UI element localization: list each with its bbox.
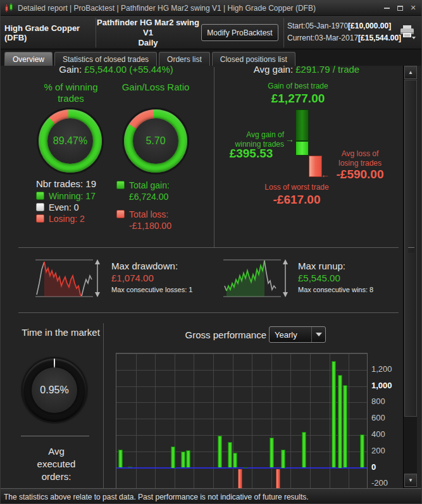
- modify-probacktest-button[interactable]: Modify ProBacktest: [201, 24, 278, 41]
- y-tick-label: 200: [371, 446, 385, 455]
- avg-win-bar: [295, 141, 309, 156]
- legend-even: Even: 0: [49, 202, 78, 212]
- avg-executed-orders-label: Avg executed orders:: [28, 445, 84, 483]
- y-tick-label: 600: [371, 413, 385, 422]
- losing-swatch-icon: [36, 214, 44, 223]
- legend-losing: Losing: 2: [49, 214, 85, 224]
- max-runup-label: Max runup:: [298, 261, 345, 271]
- current-capital: [£15,544.00]: [358, 32, 401, 44]
- chart-y-axis-labels: 1,2001,0008006004002000-200: [371, 353, 400, 488]
- y-tick-label: 400: [371, 429, 385, 439]
- max-drawdown-label: Max drawdown:: [111, 261, 178, 271]
- max-runup-value: £5,545.00: [298, 273, 340, 283]
- drawdown-range-arrow-icon: [94, 259, 101, 298]
- runup-range-arrow-icon: [282, 259, 289, 298]
- avg-loss-bar: [309, 156, 322, 177]
- avg-loss-label: Avg loss of losing trades: [333, 149, 387, 168]
- overview-panel: Gain: £5,544.00 (+55.44%) % of winning t…: [1, 66, 421, 488]
- capital-dates: Start: 05-Jan-1970 [£10,000.00] Current:…: [287, 20, 388, 44]
- time-in-market-title: Time in the market: [18, 326, 103, 338]
- current-date: 03-Mar-2017: [314, 32, 358, 44]
- avg-gain-bar-graphic: [295, 109, 323, 179]
- max-drawdown-value: £1,074.00: [111, 273, 154, 283]
- performance-bar: [238, 469, 242, 489]
- performance-bar: [118, 450, 123, 467]
- performance-bar: [338, 375, 342, 468]
- performance-bar: [343, 385, 347, 468]
- scrollbar-thumb[interactable]: [404, 80, 417, 417]
- dropdown-button[interactable]: [311, 327, 325, 342]
- performance-bar: [270, 438, 274, 468]
- printer-icon: [399, 25, 416, 40]
- gain-loss-ratio-title: Gain/Loss Ratio: [121, 82, 190, 93]
- performance-bar: [360, 434, 364, 467]
- winning-trades-donut: 89.47%: [37, 108, 104, 175]
- gain-loss-ratio-donut: 5.70: [122, 108, 189, 175]
- drawdown-sparkline: [35, 258, 93, 298]
- divider: [214, 67, 214, 247]
- avg-win-value: £395.53: [217, 147, 285, 161]
- strategy-block: Pathfinder HG Mar2 swing V1 Daily: [97, 20, 199, 46]
- scrollbar-grip-icon: [408, 247, 414, 252]
- total-gain-label: Total gain:: [129, 180, 170, 190]
- time-in-market-donut: 0.95%: [21, 357, 88, 424]
- vertical-scrollbar[interactable]: ▲ ▼: [403, 66, 417, 488]
- avg-loss-value: -£590.00: [331, 168, 389, 181]
- y-tick-label: 800: [371, 396, 385, 406]
- performance-bar: [332, 361, 336, 468]
- period-dropdown-value: Yearly: [270, 330, 311, 340]
- scroll-down-button[interactable]: ▼: [404, 474, 417, 487]
- current-label: Current:: [287, 32, 314, 44]
- gain-label: Gain:: [59, 66, 82, 75]
- scroll-up-button[interactable]: ▲: [404, 66, 417, 79]
- winning-swatch-icon: [36, 192, 44, 200]
- divider: [21, 436, 89, 436]
- gain-loss-ratio-value: 5.70: [146, 135, 165, 147]
- winning-trades-ring: 89.47%: [39, 109, 102, 173]
- gain-value: £5,544.00 (+55.44%): [84, 66, 173, 75]
- best-trade-label: Gain of best trade: [247, 82, 349, 90]
- maximize-icon: [397, 6, 403, 11]
- even-swatch-icon: [36, 203, 44, 211]
- winning-trades-title: % of winning trades: [32, 82, 109, 104]
- worst-trade-value: -£617.00: [246, 193, 347, 207]
- gain-summary: Gain: £5,544.00 (+55.44%): [18, 66, 214, 75]
- tab-statistics-of-closed-trades[interactable]: Statistics of closed trades: [54, 52, 157, 66]
- performance-bar: [128, 467, 132, 468]
- nbr-trades: Nbr trades: 19: [36, 178, 96, 189]
- status-bar: The statistics above relate to past data…: [1, 488, 421, 504]
- tab-closed-positions-list[interactable]: Closed positions list: [212, 52, 295, 66]
- best-trade-bar: [295, 109, 309, 141]
- strategy-name: Pathfinder HG Mar2 swing V1: [97, 18, 199, 38]
- minimize-icon: [384, 8, 390, 9]
- avg-gain-summary: Avg gain: £291.79 / trade: [214, 66, 399, 75]
- tab-bar: Overview Statistics of closed trades Ord…: [1, 49, 421, 66]
- divider: [103, 323, 104, 488]
- arrow-left-icon: ←: [321, 169, 330, 180]
- maximize-button[interactable]: [395, 4, 404, 13]
- start-label: Start:: [287, 20, 306, 32]
- performance-bar: [171, 446, 175, 468]
- divider: [18, 247, 399, 248]
- total-gain-value: £6,724.00: [129, 192, 168, 202]
- period-dropdown[interactable]: Yearly: [269, 326, 326, 343]
- performance-bar: [186, 450, 190, 467]
- performance-bar: [181, 452, 185, 467]
- tab-overview[interactable]: Overview: [4, 52, 53, 66]
- window-controls: ✕: [382, 4, 418, 13]
- y-tick-label: 0: [371, 462, 376, 472]
- minimize-button[interactable]: [382, 4, 391, 13]
- total-loss-value: -£1,180.00: [129, 221, 171, 231]
- performance-bar: [281, 450, 285, 468]
- performance-bar: [302, 432, 306, 468]
- close-button[interactable]: ✕: [409, 4, 418, 13]
- total-loss-swatch-icon: [116, 210, 125, 218]
- y-tick-label: 1,000: [371, 381, 392, 390]
- window-title: Detailed report | ProBacktest | Pathfind…: [18, 4, 377, 13]
- print-button[interactable]: [399, 25, 416, 40]
- tab-orders-list[interactable]: Orders list: [159, 52, 210, 66]
- gross-performance-label: Gross performance: [152, 329, 266, 340]
- performance-bar: [244, 467, 248, 468]
- zero-line: [116, 467, 367, 469]
- report-header: High Grade Copper (DFB) Pathfinder HG Ma…: [1, 16, 421, 49]
